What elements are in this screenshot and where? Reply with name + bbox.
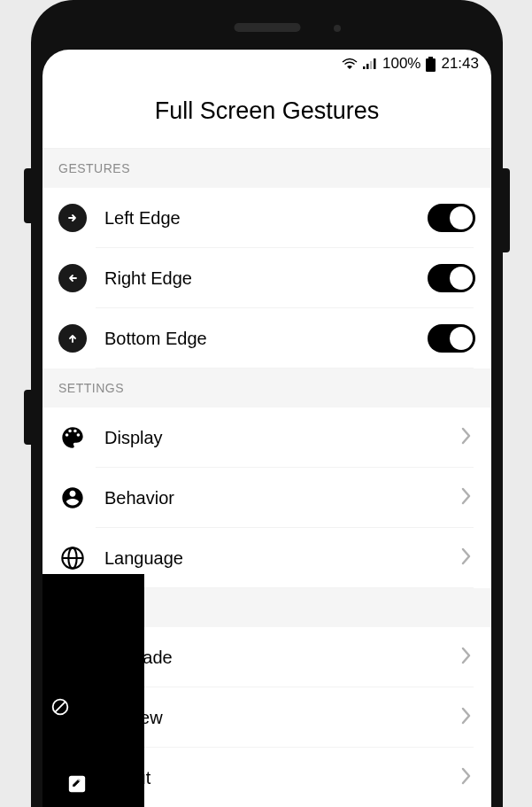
signal-icon <box>363 58 377 70</box>
review-icon <box>58 703 87 732</box>
phone-frame: 100% 21:43 Full Screen Gestures GESTURES… <box>31 0 503 807</box>
phone-speaker <box>234 23 300 32</box>
setting-row-language[interactable]: Language <box>42 528 491 588</box>
globe-icon <box>58 544 87 572</box>
setting-label: Review <box>104 708 443 728</box>
svg-rect-3 <box>374 58 376 69</box>
chevron-right-icon <box>461 705 472 730</box>
setting-row-upgrade[interactable]: Upgrade <box>42 627 491 687</box>
setting-label: Display <box>104 428 443 448</box>
setting-row-display[interactable]: Display <box>42 407 491 468</box>
setting-label: About <box>104 768 443 788</box>
upgrade-icon <box>58 643 87 671</box>
setting-row-left-edge[interactable]: Left Edge <box>42 188 491 248</box>
battery-pct: 100% <box>382 55 420 73</box>
chevron-right-icon <box>461 546 472 570</box>
phone-sensor <box>334 25 341 32</box>
phone-side-button <box>24 390 31 445</box>
phone-side-button <box>24 168 31 223</box>
phone-side-button <box>503 168 510 252</box>
setting-row-review[interactable]: Review <box>42 687 491 748</box>
svg-rect-0 <box>363 66 366 69</box>
arrow-right-icon <box>58 204 87 232</box>
setting-label: Upgrade <box>104 648 443 668</box>
svg-point-11 <box>71 771 74 774</box>
chevron-right-icon <box>461 765 472 790</box>
setting-row-about[interactable]: About <box>42 748 491 807</box>
toggle-right-edge[interactable] <box>428 264 475 292</box>
svg-rect-10 <box>71 776 73 784</box>
svg-rect-4 <box>428 57 433 58</box>
section-header-gestures: GESTURES <box>42 149 491 188</box>
section-header-settings: SETTINGS <box>42 369 491 407</box>
svg-rect-1 <box>366 64 369 69</box>
screen: 100% 21:43 Full Screen Gestures GESTURES… <box>42 50 491 807</box>
palette-icon <box>58 423 87 452</box>
arrow-up-icon <box>58 324 87 353</box>
clock-time: 21:43 <box>441 55 479 73</box>
toggle-left-edge[interactable] <box>428 204 475 232</box>
svg-rect-2 <box>370 61 373 69</box>
info-icon <box>58 764 87 792</box>
setting-row-right-edge[interactable]: Right Edge <box>42 248 491 308</box>
wifi-icon <box>342 58 358 70</box>
setting-label: Bottom Edge <box>104 329 410 349</box>
setting-label: Right Edge <box>104 268 410 289</box>
page-title: Full Screen Gestures <box>42 78 491 149</box>
chevron-right-icon <box>461 425 472 450</box>
svg-rect-5 <box>426 58 436 72</box>
status-bar: 100% 21:43 <box>42 50 491 78</box>
setting-label: Left Edge <box>104 208 410 229</box>
chevron-right-icon <box>461 485 472 510</box>
battery-icon <box>426 57 436 72</box>
section-header-communicate: MMUNICATE <box>42 588 491 627</box>
setting-label: Language <box>104 548 443 569</box>
chevron-right-icon <box>461 645 472 670</box>
setting-row-behavior[interactable]: Behavior <box>42 468 491 528</box>
toggle-bottom-edge[interactable] <box>428 324 475 353</box>
setting-label: Behavior <box>104 488 443 508</box>
person-icon <box>58 484 87 512</box>
setting-row-bottom-edge[interactable]: Bottom Edge <box>42 308 491 369</box>
arrow-left-icon <box>58 264 87 292</box>
